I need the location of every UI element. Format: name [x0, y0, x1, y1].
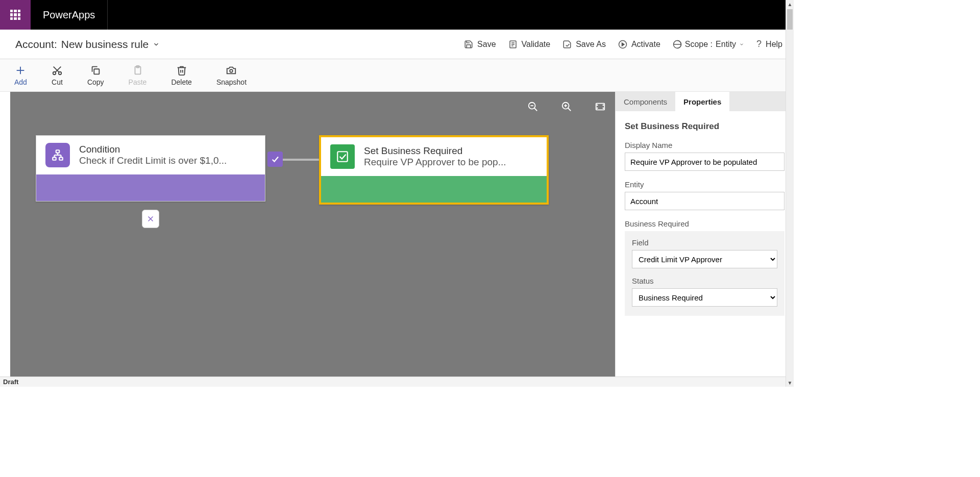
chevron-down-icon [153, 41, 160, 48]
add-button[interactable]: Add [14, 65, 27, 86]
canvas-controls [527, 101, 606, 112]
status-label: Status [632, 277, 777, 285]
paste-label: Paste [129, 78, 147, 86]
copy-label: Copy [87, 78, 104, 86]
paste-button: Paste [129, 65, 147, 86]
copy-icon [90, 65, 101, 76]
zoom-in-icon[interactable] [561, 101, 572, 112]
paste-icon [132, 65, 143, 76]
action-title: Set Business Required [364, 145, 506, 157]
chevron-down-icon [739, 42, 744, 47]
entity-label: Entity [625, 180, 785, 189]
svg-line-18 [534, 108, 537, 111]
status-bar: Draft [0, 376, 794, 387]
copy-button[interactable]: Copy [87, 65, 104, 86]
delete-label: Delete [171, 78, 191, 86]
validate-button[interactable]: Validate [508, 40, 551, 49]
scope-icon [673, 40, 682, 49]
action-node-selected[interactable]: Set Business Required Require VP Approve… [319, 135, 549, 205]
tab-properties[interactable]: Properties [675, 92, 729, 111]
display-name-input[interactable] [625, 153, 785, 171]
canvas-wrap: Condition Check if Credit Limit is over … [0, 92, 615, 376]
save-button[interactable]: Save [464, 40, 496, 49]
condition-node-header: Condition Check if Credit Limit is over … [36, 136, 265, 174]
field-label: Field [632, 238, 777, 247]
save-as-label: Save As [576, 40, 606, 49]
rule-title-prefix: Account: [15, 38, 57, 51]
action-icon [330, 144, 355, 169]
business-required-group: Field Credit Limit VP Approver Status Bu… [625, 231, 785, 316]
snapshot-label: Snapshot [216, 78, 247, 86]
scroll-up-icon[interactable]: ▲ [786, 0, 794, 8]
properties-panel: Set Business Required Display Name Entit… [616, 111, 794, 376]
fit-screen-icon[interactable] [595, 101, 606, 112]
scroll-thumb[interactable] [787, 9, 793, 30]
help-label: Help [766, 40, 782, 49]
condition-false-connector[interactable] [142, 210, 159, 228]
help-button[interactable]: ? Help [756, 39, 782, 49]
rule-title-dropdown[interactable]: Account: New business rule [15, 38, 160, 51]
page-scrollbar[interactable]: ▲ ▼ [786, 0, 794, 387]
cut-icon [52, 65, 63, 76]
entity-input[interactable] [625, 192, 785, 210]
condition-node[interactable]: Condition Check if Credit Limit is over … [36, 135, 265, 202]
side-panel: Components Properties Set Business Requi… [615, 92, 794, 376]
side-tabs: Components Properties [616, 92, 794, 111]
app-header: PowerApps [0, 0, 794, 30]
designer-canvas[interactable]: Condition Check if Credit Limit is over … [10, 92, 615, 376]
action-subtitle: Require VP Approver to be pop... [364, 157, 506, 168]
snapshot-button[interactable]: Snapshot [216, 65, 247, 86]
cut-label: Cut [52, 78, 63, 86]
scope-value: Entity [716, 40, 736, 49]
save-as-button[interactable]: Save As [562, 40, 606, 49]
svg-marker-5 [622, 43, 624, 46]
sub-header: Account: New business rule Save Validate… [0, 30, 794, 59]
scope-label: Scope : [685, 40, 713, 49]
condition-icon [45, 143, 70, 167]
activate-button[interactable]: Activate [618, 40, 660, 49]
scroll-down-icon[interactable]: ▼ [786, 379, 794, 387]
brand-label: PowerApps [31, 0, 108, 30]
cut-button[interactable]: Cut [52, 65, 63, 86]
condition-footer [36, 174, 265, 201]
condition-true-connector[interactable] [267, 152, 283, 167]
field-select[interactable]: Credit Limit VP Approver [632, 250, 777, 268]
validate-icon [508, 40, 518, 49]
action-node-header: Set Business Required Require VP Approve… [321, 137, 547, 176]
add-label: Add [14, 78, 27, 86]
status-select[interactable]: Business Required [632, 288, 777, 307]
waffle-icon [10, 10, 20, 20]
condition-title: Condition [79, 144, 227, 155]
svg-rect-34 [337, 152, 348, 162]
main-area: Condition Check if Credit Limit is over … [0, 92, 794, 376]
activate-icon [618, 40, 627, 49]
header-actions: Save Validate Save As Activate Scope : E… [464, 39, 782, 49]
svg-point-16 [230, 69, 233, 72]
properties-heading: Set Business Required [625, 121, 785, 132]
svg-rect-27 [59, 157, 63, 160]
rule-title-name: New business rule [61, 38, 149, 51]
svg-point-9 [53, 71, 56, 74]
validate-label: Validate [522, 40, 551, 49]
connector-line [283, 159, 319, 161]
status-text: Draft [3, 378, 18, 386]
action-footer [321, 176, 547, 203]
save-as-icon [562, 40, 572, 49]
tab-components[interactable]: Components [616, 92, 675, 111]
command-bar: Add Cut Copy Paste Delete Snapshot [0, 59, 794, 92]
delete-button[interactable]: Delete [171, 65, 191, 86]
delete-icon [176, 65, 187, 76]
save-label: Save [477, 40, 496, 49]
save-icon [464, 40, 473, 49]
plus-icon [15, 65, 26, 76]
zoom-out-icon[interactable] [527, 101, 538, 112]
help-icon: ? [756, 39, 762, 49]
condition-subtitle: Check if Credit Limit is over $1,0... [79, 155, 227, 166]
svg-rect-13 [94, 69, 100, 74]
svg-rect-26 [53, 157, 56, 160]
app-launcher-button[interactable] [0, 0, 31, 30]
activate-label: Activate [631, 40, 660, 49]
business-required-group-label: Business Required [625, 219, 785, 228]
scope-dropdown[interactable]: Scope : Entity [673, 40, 744, 49]
svg-point-10 [59, 71, 62, 74]
